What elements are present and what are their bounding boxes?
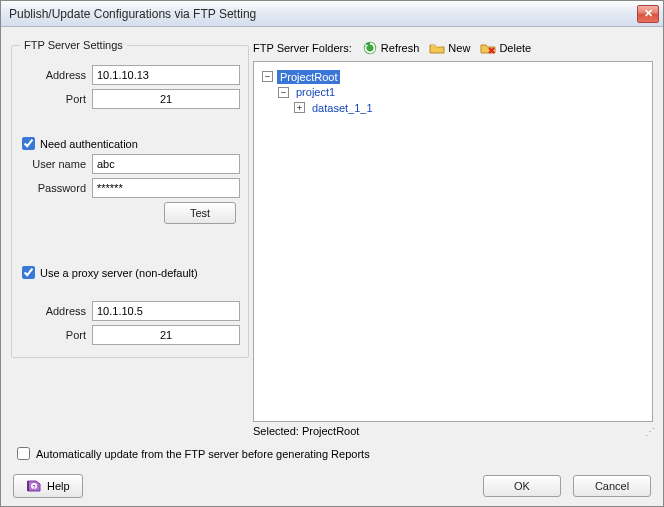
refresh-icon xyxy=(362,40,378,56)
delete-label: Delete xyxy=(499,42,531,54)
titlebar: Publish/Update Configurations via FTP Se… xyxy=(1,1,663,27)
ok-button[interactable]: OK xyxy=(483,475,561,497)
folders-label: FTP Server Folders: xyxy=(253,42,352,54)
auto-update-checkbox[interactable] xyxy=(17,447,30,460)
password-input[interactable] xyxy=(92,178,240,198)
use-proxy-label: Use a proxy server (non-default) xyxy=(40,267,198,279)
help-button[interactable]: ? Help xyxy=(13,474,83,498)
auto-update-label: Automatically update from the FTP server… xyxy=(36,448,370,460)
proxy-address-label: Address xyxy=(20,305,86,317)
port-input[interactable] xyxy=(92,89,240,109)
address-label: Address xyxy=(20,69,86,81)
dialog-content: FTP Server Settings Address Port Need au… xyxy=(1,27,663,506)
refresh-label: Refresh xyxy=(381,42,420,54)
selected-label: Selected: xyxy=(253,425,299,437)
address-input[interactable] xyxy=(92,65,240,85)
delete-button[interactable]: Delete xyxy=(478,39,533,57)
need-auth-label: Need authentication xyxy=(40,138,138,150)
collapse-icon[interactable]: − xyxy=(262,71,273,82)
test-button[interactable]: Test xyxy=(164,202,236,224)
window-title: Publish/Update Configurations via FTP Se… xyxy=(9,7,637,21)
expand-icon[interactable]: + xyxy=(294,102,305,113)
refresh-button[interactable]: Refresh xyxy=(360,39,422,57)
close-button[interactable]: ✕ xyxy=(637,5,659,23)
selected-value: ProjectRoot xyxy=(302,425,359,437)
tree-node-grandchild[interactable]: + dataset_1_1 xyxy=(294,101,376,115)
ftp-server-settings-legend: FTP Server Settings xyxy=(20,39,127,51)
password-label: Password xyxy=(20,182,86,194)
tree-node-root[interactable]: − ProjectRoot xyxy=(262,70,340,84)
help-label: Help xyxy=(47,480,70,492)
help-icon: ? xyxy=(26,478,42,494)
username-label: User name xyxy=(20,158,86,170)
folders-toolbar: FTP Server Folders: Refresh New xyxy=(253,39,653,57)
proxy-port-input[interactable] xyxy=(92,325,240,345)
tree-node-child[interactable]: − project1 xyxy=(278,85,338,99)
selected-status: Selected: ProjectRoot ⋰ xyxy=(253,425,653,437)
cancel-button[interactable]: Cancel xyxy=(573,475,651,497)
resize-grip-icon[interactable]: ⋰ xyxy=(645,426,653,437)
use-proxy-checkbox[interactable] xyxy=(22,266,35,279)
new-button[interactable]: New xyxy=(427,39,472,57)
need-auth-checkbox[interactable] xyxy=(22,137,35,150)
close-icon: ✕ xyxy=(644,7,653,20)
collapse-icon[interactable]: − xyxy=(278,87,289,98)
ftp-server-settings-group: FTP Server Settings Address Port Need au… xyxy=(11,39,249,358)
tree-node-label: dataset_1_1 xyxy=(309,101,376,115)
new-label: New xyxy=(448,42,470,54)
tree-node-label: ProjectRoot xyxy=(277,70,340,84)
username-input[interactable] xyxy=(92,154,240,174)
delete-folder-icon xyxy=(480,40,496,56)
new-folder-icon xyxy=(429,40,445,56)
tree-node-label: project1 xyxy=(293,85,338,99)
folder-tree[interactable]: − ProjectRoot − project1 xyxy=(253,61,653,422)
proxy-address-input[interactable] xyxy=(92,301,240,321)
proxy-port-label: Port xyxy=(20,329,86,341)
port-label: Port xyxy=(20,93,86,105)
